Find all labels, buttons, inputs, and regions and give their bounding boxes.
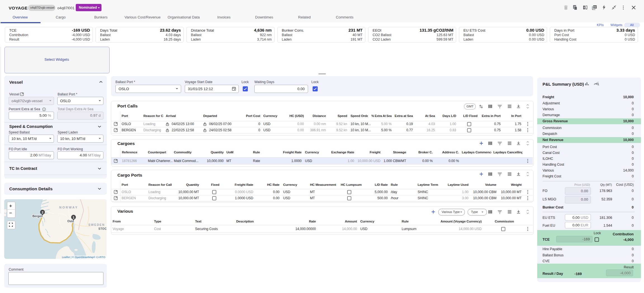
svg-text:STOCKH: STOCKH (98, 227, 106, 230)
svg-text:1: 1 (73, 216, 74, 219)
svg-text:2: 2 (42, 211, 43, 214)
svg-text:Oslo: Oslo (67, 219, 74, 223)
svg-text:Leaflet | © OpenStreetMap© CAR: Leaflet | © OpenStreetMap© CARTO (62, 256, 105, 259)
svg-text:SWEDEN: SWEDEN (88, 223, 105, 226)
svg-text:PDF: PDF (593, 6, 596, 8)
svg-text:Bergen: Bergen (32, 214, 42, 218)
svg-text:NORWAY: NORWAY (59, 206, 78, 209)
